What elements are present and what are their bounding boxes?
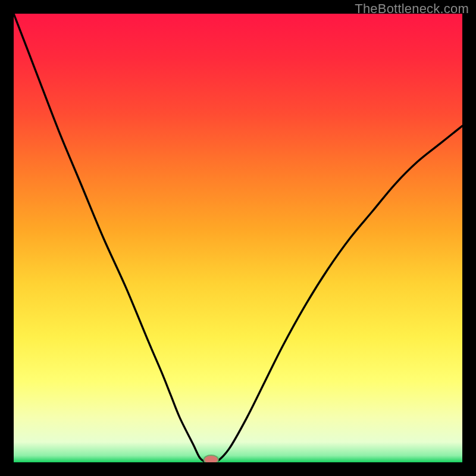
bottleneck-chart: [14, 14, 462, 462]
plot-area: [14, 14, 462, 462]
optimum-marker: [204, 455, 218, 462]
chart-frame: TheBottleneck.com: [0, 0, 476, 476]
gradient-background: [14, 14, 462, 462]
